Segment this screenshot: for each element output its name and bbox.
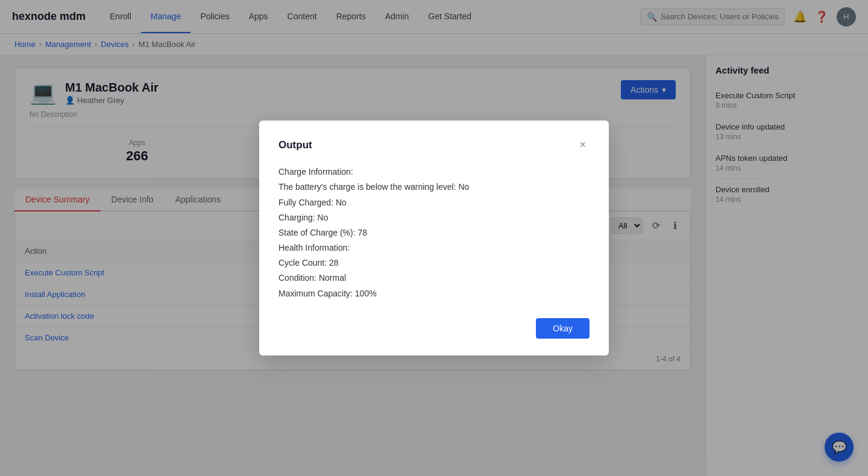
- output-modal: Output × Charge Information: The battery…: [259, 121, 609, 355]
- modal-line-9: Maximum Capacity: 100%: [278, 286, 590, 301]
- modal-body: Charge Information: The battery's charge…: [278, 164, 590, 301]
- modal-line-2: The battery's charge is below the warnin…: [278, 180, 590, 195]
- modal-overlay[interactable]: Output × Charge Information: The battery…: [0, 0, 868, 476]
- modal-line-8: Condition: Normal: [278, 271, 590, 286]
- modal-title: Output: [278, 139, 312, 151]
- modal-line-1: Charge Information:: [278, 164, 590, 180]
- modal-line-6: Health Information:: [278, 240, 590, 255]
- modal-line-4: Charging: No: [278, 210, 590, 225]
- modal-line-3: Fully Charged: No: [278, 195, 590, 210]
- okay-button[interactable]: Okay: [536, 318, 590, 339]
- modal-header: Output ×: [278, 137, 590, 152]
- modal-line-7: Cycle Count: 28: [278, 255, 590, 271]
- modal-footer: Okay: [278, 318, 590, 339]
- modal-line-5: State of Charge (%): 78: [278, 225, 590, 240]
- modal-close-button[interactable]: ×: [576, 137, 590, 152]
